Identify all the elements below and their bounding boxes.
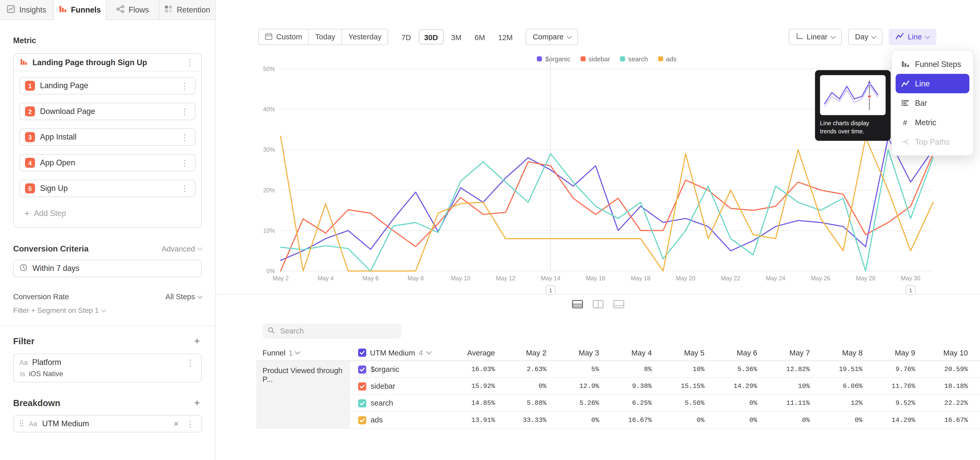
kebab-menu-icon[interactable]: ⋮ <box>180 82 190 90</box>
tab-retention[interactable]: Retention <box>159 0 215 20</box>
day-column-header[interactable]: May 10 <box>916 348 969 357</box>
series-cell: $organic16.03% <box>350 365 495 374</box>
funnel-card: Landing Page through Sign Up ⋮ 1 Landing… <box>13 53 202 228</box>
quick-ranges: 7D 30D 3M 6M 12M <box>396 29 518 45</box>
layout-columns-icon[interactable] <box>590 298 605 310</box>
filter-value[interactable]: iOS Native <box>29 370 63 377</box>
svg-text:May 30: May 30 <box>901 275 920 282</box>
bar-chart-icon <box>900 99 909 107</box>
svg-text:40%: 40% <box>263 106 275 113</box>
menu-item-line[interactable]: Line <box>896 74 969 93</box>
funnel-step[interactable]: 2 Download Page ⋮ <box>19 103 196 120</box>
day-column-header[interactable]: May 7 <box>759 348 811 357</box>
chart-type-tooltip: Line charts display trends over time. <box>815 70 891 141</box>
interval-day-button[interactable]: Day <box>848 29 883 45</box>
range-6m-button[interactable]: 6M <box>469 29 491 45</box>
day-column-header[interactable]: May 9 <box>864 348 916 357</box>
svg-text:May 18: May 18 <box>631 275 650 282</box>
filter-item[interactable]: Aa Platform ⋮ Is iOS Native <box>13 354 202 383</box>
day-column-header[interactable]: May 2 <box>495 348 548 357</box>
funnel-step[interactable]: 4 App Open ⋮ <box>19 154 196 171</box>
day-column-header[interactable]: May 8 <box>811 348 864 357</box>
funnel-step[interactable]: 5 Sign Up ⋮ <box>19 180 196 197</box>
chart-type-button[interactable]: Line <box>889 29 936 45</box>
tab-funnels[interactable]: Funnels <box>54 0 107 20</box>
breakdown-column-header[interactable]: UTM Medium 4 Average <box>350 348 495 357</box>
add-step-button[interactable]: + Add Step <box>19 205 196 222</box>
cell-value: 10% <box>759 382 811 390</box>
breakdown-item[interactable]: Aa UTM Medium × ⋮ <box>13 415 202 433</box>
table-search[interactable] <box>262 324 401 339</box>
compare-button[interactable]: Compare <box>526 29 578 45</box>
grip-icon[interactable] <box>19 419 24 428</box>
all-steps-dropdown[interactable]: All Steps <box>165 292 202 301</box>
conversion-rate-label: Conversion Rate <box>13 292 69 301</box>
conversion-window[interactable]: Within 7 days <box>13 260 202 277</box>
menu-item-funnel-steps[interactable]: Funnel Steps <box>896 54 969 74</box>
funnel-step[interactable]: 1 Landing Page ⋮ <box>19 77 196 94</box>
series-checkbox[interactable] <box>358 416 366 424</box>
select-all-checkbox[interactable] <box>358 348 366 357</box>
funnel-title: Landing Page through Sign Up <box>32 58 180 67</box>
svg-text:0%: 0% <box>266 268 275 275</box>
funnel-header[interactable]: Landing Page through Sign Up ⋮ <box>14 54 201 72</box>
search-input[interactable] <box>279 326 396 336</box>
linear-scale-button[interactable]: Linear <box>789 29 842 45</box>
series-checkbox[interactable] <box>358 399 366 407</box>
average-column-header[interactable]: Average <box>467 348 495 357</box>
divider <box>0 325 215 326</box>
kebab-menu-icon[interactable]: ⋮ <box>180 107 190 115</box>
funnel-step[interactable]: 3 App Install ⋮ <box>19 128 196 146</box>
breakdown-heading: Breakdown <box>13 398 60 408</box>
day-column-header[interactable]: May 4 <box>600 348 653 357</box>
filter-segment-dropdown[interactable]: Filter + Segment on Step 1 <box>13 307 202 314</box>
range-12m-button[interactable]: 12M <box>493 29 518 45</box>
filter-operator: Is <box>20 370 25 377</box>
divider <box>216 294 980 295</box>
day-column-header[interactable]: May 6 <box>706 348 758 357</box>
cell-value: 9.38% <box>600 382 653 390</box>
svg-text:May 4: May 4 <box>318 275 334 282</box>
kebab-menu-icon[interactable]: ⋮ <box>180 159 190 167</box>
layout-rows-icon[interactable] <box>570 298 585 310</box>
kebab-menu-icon[interactable]: ⋮ <box>185 420 196 428</box>
custom-date-button[interactable]: Custom <box>259 29 308 45</box>
cell-value: 5% <box>548 366 600 373</box>
funnel-column-header[interactable]: Funnel 1 <box>256 348 350 357</box>
funnel-group-cell[interactable]: Product Viewed through P... <box>256 361 350 428</box>
kebab-menu-icon[interactable]: ⋮ <box>185 358 196 366</box>
menu-item-bar[interactable]: Bar <box>896 93 969 113</box>
cell-value: 6.06% <box>811 382 864 390</box>
range-30d-button[interactable]: 30D <box>418 29 444 45</box>
step-label: App Open <box>40 158 180 167</box>
layout-bottom-icon[interactable] <box>611 298 626 310</box>
tab-flows[interactable]: Flows <box>106 0 159 20</box>
range-7d-button[interactable]: 7D <box>396 29 417 45</box>
average-value: 15.92% <box>471 382 495 390</box>
chevron-down-icon <box>426 349 431 355</box>
advanced-dropdown[interactable]: Advanced <box>162 244 202 253</box>
cell-value: 14.29% <box>706 382 758 390</box>
close-icon[interactable]: × <box>172 419 180 428</box>
today-button[interactable]: Today <box>308 29 342 45</box>
add-breakdown-button[interactable]: + <box>192 398 202 409</box>
series-checkbox[interactable] <box>358 382 366 390</box>
breakdown-col-count: 4 <box>419 348 423 357</box>
add-filter-button[interactable]: + <box>192 335 202 347</box>
kebab-menu-icon[interactable]: ⋮ <box>180 133 190 141</box>
tab-insights[interactable]: Insights <box>0 0 54 20</box>
breakdown-col-label: UTM Medium <box>370 348 415 357</box>
day-column-header[interactable]: May 5 <box>653 348 706 357</box>
breakdown-property-label: UTM Medium <box>42 419 167 428</box>
kebab-menu-icon[interactable]: ⋮ <box>184 58 195 66</box>
table-body: Product Viewed through P... $organic16.0… <box>256 361 980 428</box>
series-name: $organic <box>371 365 399 374</box>
day-column-header[interactable]: May 3 <box>548 348 600 357</box>
range-3m-button[interactable]: 3M <box>445 29 467 45</box>
menu-item-metric[interactable]: # Metric <box>896 113 969 132</box>
filter-segment-label: Filter + Segment on Step 1 <box>13 307 99 314</box>
yesterday-button[interactable]: Yesterday <box>342 29 388 45</box>
line-chart-preview <box>820 75 886 115</box>
series-checkbox[interactable] <box>358 365 366 373</box>
kebab-menu-icon[interactable]: ⋮ <box>180 184 190 192</box>
